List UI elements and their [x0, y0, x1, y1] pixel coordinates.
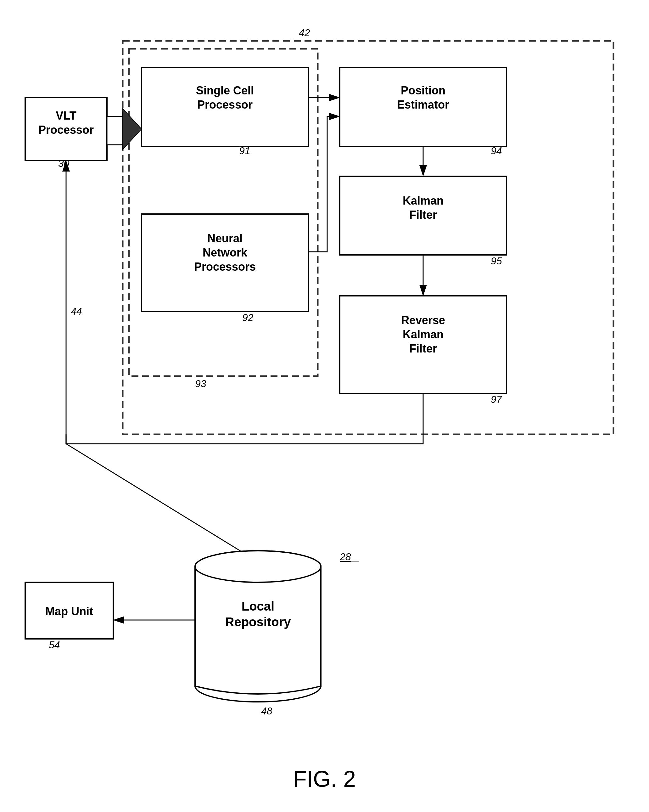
ref-44-label: 44 [71, 305, 82, 317]
reverse-kalman-ref: 97 [491, 394, 503, 405]
nnp-to-pe-arrow [308, 116, 338, 252]
outer-box-ref-label: 42 [299, 27, 310, 38]
diagram-container: 42 93 VLT Processor 30 Single Cell Proce… [0, 0, 649, 812]
figure-caption: FIG. 2 [293, 766, 356, 792]
single-cell-ref: 91 [239, 145, 250, 156]
vlt-processor-label-line1: VLT [56, 109, 76, 122]
kalman-filter-ref: 95 [491, 255, 502, 267]
single-cell-label-line2: Processor [197, 98, 253, 111]
position-estimator-ref: 94 [491, 145, 502, 156]
position-estimator-label-line2: Estimator [397, 98, 449, 111]
reverse-kalman-label-line2: Kalman [403, 328, 443, 341]
svg-marker-3 [123, 108, 142, 150]
map-unit-label: Map Unit [45, 605, 93, 618]
ref-28-label: 28 [340, 551, 351, 562]
single-cell-label-line1: Single Cell [196, 84, 254, 97]
svg-marker-2 [107, 116, 123, 145]
local-repo-label-line1: Local [242, 599, 274, 613]
vlt-processor-ref: 30 [58, 158, 70, 169]
kalman-filter-label-line2: Filter [409, 208, 437, 221]
vlt-processor-label-line2: Processor [38, 124, 94, 136]
local-repo-ref: 48 [261, 705, 273, 717]
svg-point-7 [195, 551, 321, 582]
neural-network-label-line2: Network [203, 246, 248, 259]
map-unit-ref: 54 [49, 639, 60, 650]
vlt-to-repo-arrow [66, 444, 258, 562]
position-estimator-label-line1: Position [401, 84, 445, 97]
reverse-kalman-label-line3: Filter [409, 342, 437, 355]
neural-network-label-line3: Processors [194, 260, 256, 273]
neural-network-ref: 92 [242, 312, 254, 323]
reverse-kalman-label-line1: Reverse [401, 314, 445, 327]
inner-box-ref-label: 93 [195, 378, 206, 389]
kalman-filter-label-line1: Kalman [403, 194, 443, 207]
neural-network-label-line1: Neural [207, 232, 242, 245]
local-repo-label-line2: Repository [225, 615, 291, 629]
